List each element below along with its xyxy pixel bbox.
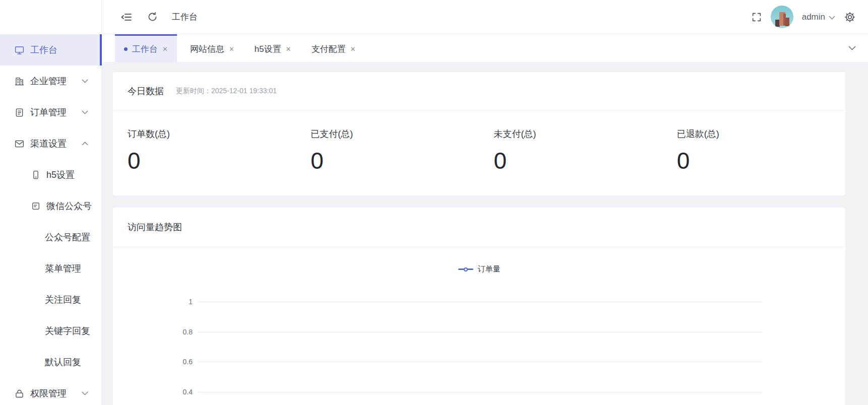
- doc-lines-icon: [30, 201, 41, 212]
- lock-icon: [14, 388, 25, 399]
- sidebar-item-default-reply[interactable]: 默认回复: [0, 347, 101, 378]
- sidebar-item-workbench[interactable]: 工作台: [0, 34, 101, 65]
- gear-icon[interactable]: [844, 11, 856, 23]
- gridline: [198, 392, 762, 392]
- chevron-down-icon: [82, 79, 88, 83]
- update-time-label: 更新时间：: [176, 87, 211, 95]
- sidebar: 工作台 企业管理 订单管理 渠道设置: [0, 0, 102, 405]
- stat-label: 订单数(总): [128, 128, 296, 140]
- top-bar: 工作台 admin: [102, 0, 868, 34]
- card-header: 今日数据 更新时间：2025-12-01 19:33:01: [113, 72, 845, 111]
- stat-value: 0: [128, 149, 296, 172]
- tab-site-info[interactable]: 网站信息: [183, 34, 241, 62]
- gridline: [198, 362, 762, 362]
- sidebar-item-label: 权限管理: [30, 387, 82, 399]
- sidebar-item-keyword-reply[interactable]: 关键字回复: [0, 315, 101, 347]
- chevron-down-icon: [829, 16, 835, 20]
- fullscreen-icon[interactable]: [751, 12, 762, 23]
- sidebar-item-label: 关键字回复: [45, 325, 101, 337]
- close-icon[interactable]: [350, 45, 356, 53]
- sidebar-item-follow-reply[interactable]: 关注回复: [0, 284, 101, 315]
- sidebar-item-orders[interactable]: 订单管理: [0, 97, 101, 128]
- legend-item-orders[interactable]: 订单量: [113, 264, 845, 274]
- update-time: 更新时间：2025-12-01 19:33:01: [176, 87, 277, 96]
- stats-row: 订单数(总) 0 已支付(总) 0 未支付(总) 0 已退款(总) 0: [113, 111, 845, 195]
- sidebar-item-h5-settings[interactable]: h5设置: [0, 159, 101, 190]
- sidebar-item-label: h5设置: [46, 169, 101, 181]
- stat-label: 已支付(总): [311, 128, 479, 140]
- tab-label: 网站信息: [190, 43, 224, 55]
- avatar-building: [785, 18, 789, 26]
- sidebar-item-label: 企业管理: [30, 75, 82, 87]
- stat-value: 0: [311, 149, 479, 172]
- avatar[interactable]: [771, 6, 793, 28]
- chevron-down-icon: [82, 391, 88, 395]
- sidebar-item-wechat-official[interactable]: 微信公众号: [0, 190, 101, 222]
- y-axis-tick: 1: [113, 298, 193, 306]
- refresh-icon[interactable]: [147, 11, 158, 23]
- sidebar-menu: 工作台 企业管理 订单管理 渠道设置: [0, 34, 101, 405]
- y-axis-tick: 0.4: [113, 388, 193, 396]
- tab-workbench[interactable]: 工作台: [115, 34, 177, 62]
- y-axis-tick: 0.8: [113, 328, 193, 336]
- sidebar-item-enterprise[interactable]: 企业管理: [0, 65, 101, 97]
- sidebar-item-label: 公众号配置: [45, 231, 101, 243]
- gridline: [198, 332, 762, 332]
- stat-refunded: 已退款(总) 0: [662, 128, 845, 195]
- active-tab-dot: [124, 47, 128, 51]
- y-axis-tick: 0.6: [113, 358, 193, 366]
- card-title: 访问量趋势图: [128, 221, 182, 233]
- stat-paid: 已支付(总) 0: [296, 128, 479, 195]
- chevron-up-icon: [82, 142, 88, 146]
- sidebar-item-label: 工作台: [30, 44, 101, 56]
- close-icon[interactable]: [286, 45, 291, 53]
- stat-unpaid: 未支付(总) 0: [479, 128, 662, 195]
- sidebar-item-label: 关注回复: [45, 294, 101, 306]
- main-content: 今日数据 更新时间：2025-12-01 19:33:01 订单数(总) 0 已…: [102, 62, 868, 405]
- building-icon: [14, 76, 25, 87]
- envelope-icon: [14, 139, 25, 149]
- sidebar-item-label: 微信公众号: [46, 200, 101, 212]
- close-icon[interactable]: [229, 45, 234, 53]
- sidebar-item-channels[interactable]: 渠道设置: [0, 128, 101, 159]
- active-indicator: [100, 34, 102, 65]
- stat-label: 未支付(总): [494, 128, 662, 140]
- gridline: [198, 302, 762, 302]
- tab-label: 支付配置: [312, 43, 346, 55]
- tab-label: 工作台: [132, 43, 158, 55]
- stat-value: 0: [677, 149, 845, 172]
- legend-line-marker-icon: [458, 268, 473, 270]
- stat-label: 已退款(总): [677, 128, 845, 140]
- sidebar-item-menu-management[interactable]: 菜单管理: [0, 253, 101, 284]
- document-icon: [14, 107, 25, 118]
- chevron-down-icon: [82, 110, 88, 114]
- sidebar-item-label: 默认回复: [45, 356, 101, 368]
- menu-fold-icon[interactable]: [120, 11, 133, 23]
- phone-icon: [30, 170, 41, 180]
- legend-circle-marker-icon: [464, 267, 468, 272]
- sidebar-item-permissions[interactable]: 权限管理: [0, 378, 101, 405]
- visits-trend-card: 访问量趋势图 订单量 1 0.8 0.6 0.4: [113, 208, 845, 405]
- tab-label: h5设置: [255, 43, 281, 55]
- sidebar-item-label: 订单管理: [30, 106, 82, 118]
- tabs-dropdown-chevron-icon[interactable]: [848, 46, 856, 50]
- tab-payment-config[interactable]: 支付配置: [304, 34, 363, 62]
- sidebar-item-label: 菜单管理: [45, 262, 101, 275]
- close-icon[interactable]: [162, 45, 168, 53]
- sidebar-item-official-account-config[interactable]: 公众号配置: [0, 222, 101, 253]
- tab-h5-settings[interactable]: h5设置: [247, 34, 298, 62]
- tab-bar: 工作台 网站信息 h5设置 支付配置: [102, 34, 868, 62]
- monitor-icon: [14, 45, 25, 55]
- breadcrumb: 工作台: [172, 11, 198, 23]
- card-title: 今日数据: [128, 85, 164, 97]
- user-menu[interactable]: admin: [802, 12, 835, 22]
- stat-value: 0: [494, 149, 662, 172]
- card-header: 访问量趋势图: [113, 208, 845, 247]
- update-time-value: 2025-12-01 19:33:01: [211, 87, 277, 95]
- avatar-building: [779, 12, 785, 26]
- sidebar-item-label: 渠道设置: [30, 138, 82, 150]
- line-chart: 订单量 1 0.8 0.6 0.4: [113, 247, 845, 405]
- legend-label: 订单量: [478, 264, 501, 274]
- stat-total-orders: 订单数(总) 0: [113, 128, 296, 195]
- today-data-card: 今日数据 更新时间：2025-12-01 19:33:01 订单数(总) 0 已…: [113, 72, 845, 195]
